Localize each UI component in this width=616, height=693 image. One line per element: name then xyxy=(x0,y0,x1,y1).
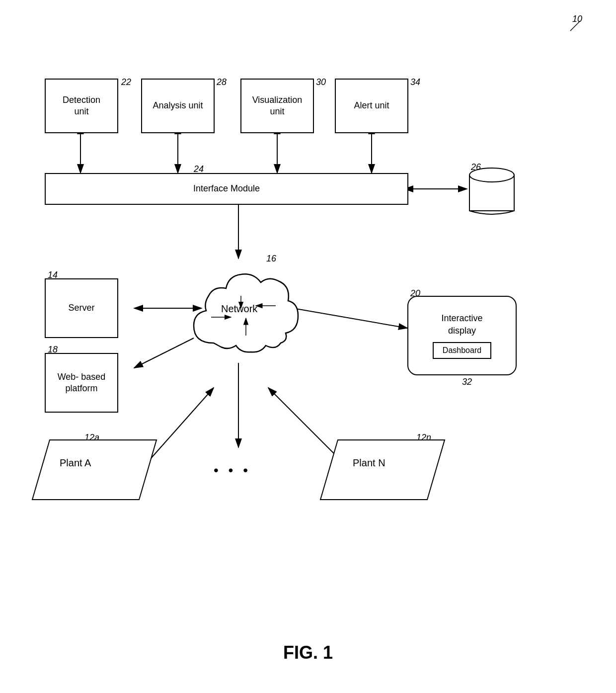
plant-a-shape xyxy=(30,437,159,502)
ref-34: 34 xyxy=(410,77,420,87)
plant-n-label: Plant N xyxy=(353,457,385,469)
ref-26: 26 xyxy=(471,162,481,173)
figure-label: FIG. 1 xyxy=(283,642,333,663)
ref-20: 20 xyxy=(410,288,420,299)
detection-unit-box: Detection unit xyxy=(45,79,118,133)
dashboard-inner-box: Dashboard xyxy=(433,342,491,359)
svg-marker-23 xyxy=(320,440,445,500)
ref-14: 14 xyxy=(48,270,58,280)
ref-28: 28 xyxy=(217,77,227,87)
ref-12n: 12n xyxy=(416,433,431,443)
analysis-unit-box: Analysis unit xyxy=(141,79,215,133)
ref-22: 22 xyxy=(121,77,131,87)
plant-a-label: Plant A xyxy=(60,457,91,469)
ref-16: 16 xyxy=(266,254,276,264)
web-platform-box: Web- based platform xyxy=(45,353,118,413)
svg-marker-22 xyxy=(32,440,156,500)
ref-18: 18 xyxy=(48,345,58,355)
plant-n-shape xyxy=(318,437,447,502)
svg-line-11 xyxy=(293,308,407,328)
interface-module-box: Interface Module xyxy=(45,173,408,205)
server-box: Server xyxy=(45,278,118,338)
ref-12a: 12a xyxy=(84,433,99,443)
ellipsis-dots: • • • xyxy=(214,462,251,478)
ref-30: 30 xyxy=(316,77,326,87)
network-label: Network xyxy=(221,303,257,315)
ref-10: 10 xyxy=(572,14,582,24)
ref-24: 24 xyxy=(194,164,204,174)
alert-unit-box: Alert unit xyxy=(335,79,408,133)
interactive-display-box: Interactive display Dashboard xyxy=(407,296,517,375)
visualization-unit-box: Visualization unit xyxy=(240,79,314,133)
ref-32: 32 xyxy=(462,377,472,387)
